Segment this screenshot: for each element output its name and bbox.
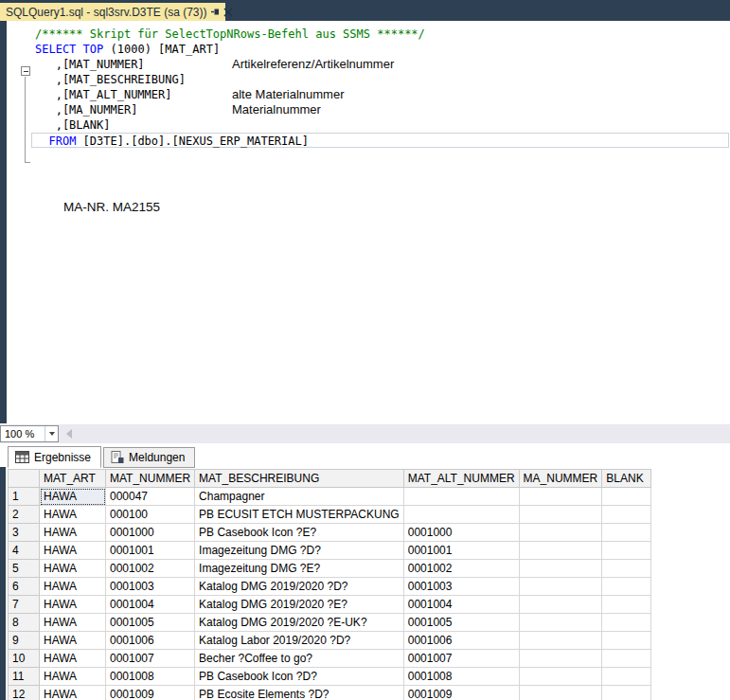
document-tab[interactable]: SQLQuery1.sql - sql3srv.D3TE (sa (73)) (0, 3, 225, 21)
grid-cell[interactable]: 0001006 (403, 632, 519, 650)
grid-cell[interactable] (602, 578, 651, 596)
column-header-blank[interactable]: BLANK (602, 470, 651, 488)
grid-cell[interactable]: 0001007 (106, 650, 195, 668)
sql-editor[interactable]: /****** Skript für SelectTopNRows-Befehl… (0, 21, 730, 423)
grid-cell[interactable] (519, 524, 602, 542)
grid-cell[interactable]: PB Ecosite Elements ?D? (195, 686, 404, 700)
grid-cell[interactable]: 000047 (106, 488, 195, 506)
code-line[interactable]: FROM [D3TE].[dbo].[NEXUS_ERP_MATERIAL] (31, 133, 729, 148)
tab-ergebnisse[interactable]: Ergebnisse (8, 446, 101, 468)
row-number[interactable]: 8 (9, 614, 40, 632)
code-line[interactable]: SELECT TOP (1000) [MAT_ART] (35, 42, 726, 57)
corner-header[interactable] (9, 470, 40, 488)
grid-cell[interactable]: HAWA (40, 524, 106, 542)
grid-cell[interactable]: Katalog DMG 2019/2020 ?D? (195, 578, 404, 596)
row-number[interactable]: 1 (9, 488, 40, 506)
grid-cell[interactable]: 0001009 (403, 686, 519, 700)
grid-cell[interactable]: Katalog DMG 2019/2020 ?E? (195, 596, 404, 614)
grid-cell[interactable] (519, 506, 602, 524)
grid-cell[interactable]: 0001006 (106, 632, 195, 650)
grid-cell[interactable]: HAWA (40, 596, 106, 614)
grid-cell[interactable]: 0001003 (403, 578, 519, 596)
close-icon[interactable] (223, 6, 233, 19)
grid-cell[interactable]: HAWA (40, 614, 106, 632)
row-number[interactable]: 10 (9, 650, 40, 668)
row-number[interactable]: 12 (9, 686, 40, 700)
grid-cell[interactable]: HAWA (40, 650, 106, 668)
code-line[interactable]: ,[MAT_ALT_NUMMER]alte Materialnummer (35, 87, 726, 102)
row-number[interactable]: 6 (9, 578, 40, 596)
grid-cell[interactable]: HAWA (40, 668, 106, 686)
tab-meldungen[interactable]: Meldungen (103, 447, 195, 468)
grid-cell[interactable]: 0001008 (106, 668, 195, 686)
grid-cell[interactable] (519, 686, 602, 700)
grid-cell[interactable]: 0001000 (403, 524, 519, 542)
grid-cell[interactable]: Champagner (195, 488, 404, 506)
grid-cell[interactable]: PB Casebook Icon ?D? (195, 668, 404, 686)
grid-cell[interactable] (403, 506, 519, 524)
grid-cell[interactable]: Katalog Labor 2019/2020 ?D? (195, 632, 404, 650)
grid-cell[interactable] (602, 650, 651, 668)
grid-cell[interactable] (602, 632, 651, 650)
grid-cell[interactable] (403, 488, 519, 506)
grid-cell[interactable]: HAWA (40, 632, 106, 650)
column-header-mat_art[interactable]: MAT_ART (40, 470, 106, 488)
scroll-left-icon[interactable] (62, 427, 76, 440)
grid-cell[interactable] (519, 632, 602, 650)
grid-cell[interactable]: 0001005 (106, 614, 195, 632)
grid-cell[interactable] (519, 578, 602, 596)
grid-cell[interactable]: PB Casebook Icon ?E? (195, 524, 404, 542)
grid-cell[interactable] (519, 614, 602, 632)
grid-cell[interactable]: HAWA (40, 560, 106, 578)
grid-cell[interactable] (602, 668, 651, 686)
grid-cell[interactable]: 0001005 (403, 614, 519, 632)
grid-cell[interactable]: PB ECUSIT ETCH MUSTERPACKUNG (195, 506, 404, 524)
row-number[interactable]: 7 (9, 596, 40, 614)
column-header-ma_nummer[interactable]: MA_NUMMER (519, 470, 602, 488)
grid-cell[interactable] (602, 560, 651, 578)
grid-cell[interactable] (602, 542, 651, 560)
column-header-mat_alt_nummer[interactable]: MAT_ALT_NUMMER (403, 470, 519, 488)
grid-cell[interactable]: 0001001 (106, 542, 195, 560)
grid-cell[interactable]: HAWA (40, 578, 106, 596)
grid-cell[interactable]: 0001002 (403, 560, 519, 578)
grid-cell[interactable] (602, 614, 651, 632)
row-number[interactable]: 5 (9, 560, 40, 578)
row-number[interactable]: 11 (9, 668, 40, 686)
column-header-mat_nummer[interactable]: MAT_NUMMER (106, 470, 195, 488)
grid-cell[interactable] (602, 506, 651, 524)
zoom-level-select[interactable]: 100 % (0, 425, 59, 442)
grid-cell[interactable]: HAWA (40, 488, 106, 506)
column-header-mat_beschreibung[interactable]: MAT_BESCHREIBUNG (195, 470, 404, 488)
grid-cell[interactable]: 0001003 (106, 578, 195, 596)
grid-cell[interactable] (519, 596, 602, 614)
grid-cell[interactable] (602, 524, 651, 542)
collapse-minus-icon[interactable] (21, 66, 30, 76)
grid-cell[interactable]: HAWA (40, 686, 106, 700)
grid-cell[interactable] (602, 686, 651, 700)
grid-cell[interactable]: 0001001 (403, 542, 519, 560)
grid-cell[interactable]: HAWA (40, 542, 106, 560)
grid-cell[interactable] (519, 488, 602, 506)
grid-cell[interactable]: 0001007 (403, 650, 519, 668)
grid-cell[interactable]: Imagezeitung DMG ?E? (195, 560, 404, 578)
code-line[interactable]: ,[MA_NUMMER]Materialnummer (35, 102, 726, 117)
grid-cell[interactable]: 0001000 (106, 524, 195, 542)
grid-cell[interactable] (519, 542, 602, 560)
row-number[interactable]: 4 (9, 542, 40, 560)
grid-cell[interactable]: 0001004 (106, 596, 195, 614)
code-line[interactable]: ,[BLANK] (35, 117, 726, 133)
grid-cell[interactable] (519, 668, 602, 686)
grid-cell[interactable] (519, 560, 602, 578)
row-number[interactable]: 3 (9, 524, 40, 542)
chevron-down-icon[interactable] (45, 426, 58, 441)
code-line[interactable]: ,[MAT_BESCHREIBUNG] (35, 72, 726, 87)
grid-cell[interactable]: 0001002 (106, 560, 195, 578)
code-line[interactable]: /****** Skript für SelectTopNRows-Befehl… (35, 27, 726, 42)
row-number[interactable]: 9 (9, 632, 40, 650)
grid-cell[interactable]: HAWA (40, 506, 106, 524)
code-line[interactable]: ,[MAT_NUMMER]Artikelreferenz/Artikelnumm… (35, 57, 726, 72)
grid-cell[interactable]: 000100 (106, 506, 195, 524)
grid-cell[interactable] (602, 596, 651, 614)
grid-cell[interactable]: Becher ?Coffee to go? (195, 650, 404, 668)
